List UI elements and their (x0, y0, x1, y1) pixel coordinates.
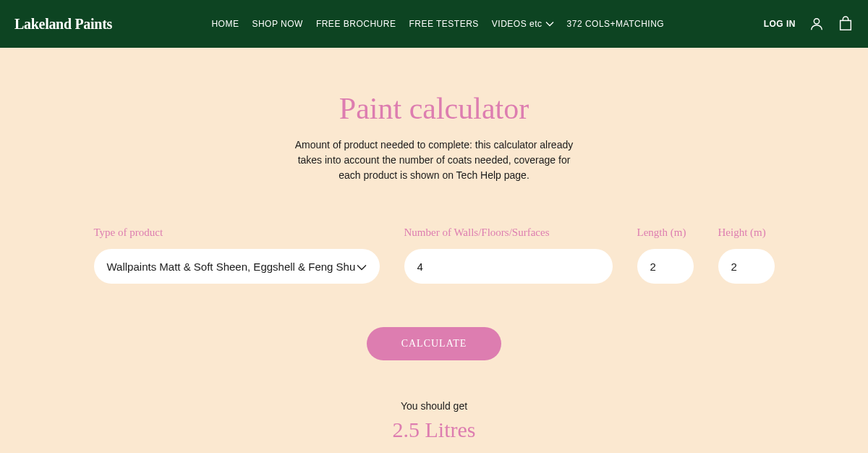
nav-videos[interactable]: VIDEOS etc (492, 19, 554, 29)
result-label: You should get (87, 400, 781, 412)
nav-home[interactable]: HOME (211, 19, 239, 29)
product-group: Type of product Wallpaints Matt & Soft S… (94, 226, 380, 284)
account-icon[interactable] (809, 16, 825, 32)
length-group: Length (m) (637, 226, 694, 284)
nav-videos-label: VIDEOS etc (492, 19, 542, 29)
header: Lakeland Paints HOME SHOP NOW FREE BROCH… (0, 0, 868, 48)
chevron-down-icon (357, 261, 367, 273)
calculate-button[interactable]: CALCULATE (367, 327, 502, 360)
result: You should get 2.5 Litres (87, 400, 781, 442)
surfaces-label: Number of Walls/Floors/Surfaces (404, 226, 613, 239)
login-link[interactable]: LOG IN (764, 19, 796, 29)
logo[interactable]: Lakeland Paints (14, 16, 112, 33)
product-selected-value: Wallpaints Matt & Soft Sheen, Eggshell &… (107, 261, 356, 273)
header-right: LOG IN (764, 16, 854, 32)
height-group: Height (m) (718, 226, 775, 284)
length-input[interactable] (650, 261, 681, 273)
chevron-down-icon (545, 19, 554, 29)
page-title: Paint calculator (87, 91, 781, 126)
product-select[interactable]: Wallpaints Matt & Soft Sheen, Eggshell &… (94, 249, 380, 284)
svg-rect-1 (841, 20, 851, 30)
height-input-wrap (718, 249, 775, 284)
bag-icon[interactable] (838, 16, 854, 32)
main-nav: HOME SHOP NOW FREE BROCHURE FREE TESTERS… (112, 19, 764, 29)
svg-point-0 (814, 19, 819, 24)
result-value: 2.5 Litres (87, 418, 781, 442)
calculator-form: Type of product Wallpaints Matt & Soft S… (87, 226, 781, 284)
nav-free-brochure[interactable]: FREE BROCHURE (316, 19, 396, 29)
nav-free-testers[interactable]: FREE TESTERS (409, 19, 478, 29)
page-subtitle: Amount of product needed to complete: th… (289, 137, 579, 183)
nav-shop-now[interactable]: SHOP NOW (252, 19, 302, 29)
main-content: Paint calculator Amount of product neede… (0, 48, 868, 442)
nav-cols-matching[interactable]: 372 COLS+MATCHING (567, 19, 665, 29)
length-label: Length (m) (637, 226, 694, 239)
surfaces-group: Number of Walls/Floors/Surfaces (404, 226, 613, 284)
height-input[interactable] (731, 261, 762, 273)
length-input-wrap (637, 249, 694, 284)
surfaces-input[interactable] (417, 261, 600, 273)
height-label: Height (m) (718, 226, 775, 239)
product-label: Type of product (94, 226, 380, 239)
surfaces-input-wrap (404, 249, 613, 284)
